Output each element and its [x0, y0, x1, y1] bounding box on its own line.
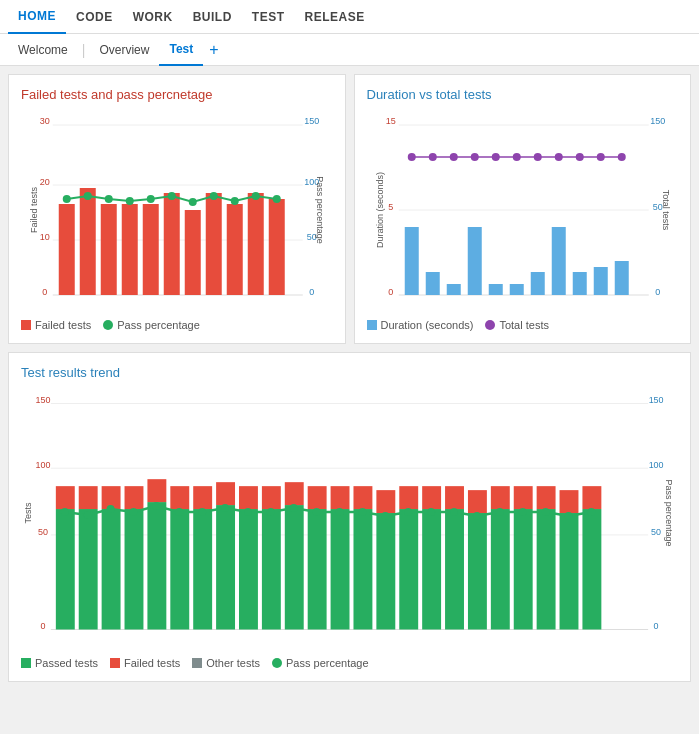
- svg-point-150: [496, 508, 504, 516]
- svg-rect-24: [269, 199, 285, 295]
- failed-legend-label: Failed tests: [35, 319, 91, 331]
- svg-text:50: 50: [38, 527, 48, 537]
- svg-point-153: [565, 512, 573, 520]
- svg-rect-18: [143, 204, 159, 295]
- nav-test[interactable]: TEST: [242, 0, 295, 34]
- svg-rect-57: [614, 261, 628, 295]
- main-content: Failed tests and pass percnetage 30 20 1…: [0, 66, 699, 690]
- failed-tests-title: Failed tests and pass percnetage: [21, 87, 333, 102]
- svg-rect-130: [582, 486, 601, 509]
- svg-point-35: [273, 195, 281, 203]
- svg-point-60: [449, 153, 457, 161]
- svg-point-135: [152, 502, 160, 510]
- passed-legend-icon: [21, 658, 31, 668]
- svg-rect-125: [537, 509, 556, 629]
- svg-point-138: [221, 504, 229, 512]
- svg-rect-54: [551, 227, 565, 295]
- svg-rect-53: [530, 272, 544, 295]
- svg-point-152: [542, 508, 550, 516]
- svg-point-134: [130, 508, 138, 516]
- svg-rect-92: [147, 479, 166, 502]
- svg-rect-129: [582, 509, 601, 629]
- pass-pct-trend-legend-label: Pass percentage: [286, 657, 369, 669]
- svg-point-28: [126, 197, 134, 205]
- svg-point-58: [407, 153, 415, 161]
- pass-pct-legend-icon: [103, 320, 113, 330]
- nav-build[interactable]: BUILD: [183, 0, 242, 34]
- svg-text:Failed tests: Failed tests: [29, 186, 39, 233]
- svg-rect-103: [285, 505, 304, 629]
- svg-rect-108: [331, 486, 350, 509]
- svg-rect-86: [79, 486, 98, 509]
- subnav-welcome[interactable]: Welcome: [8, 34, 78, 66]
- svg-rect-117: [445, 509, 464, 629]
- svg-text:0: 0: [309, 287, 314, 297]
- trend-chart-area: 150 100 50 0 150 100 50 0 Tests Pass per…: [21, 388, 678, 651]
- passed-legend-label: Passed tests: [35, 657, 98, 669]
- svg-text:0: 0: [388, 287, 393, 297]
- trend-card: Test results trend 150 100 50 0 150 100 …: [8, 352, 691, 682]
- svg-text:Total tests: Total tests: [660, 190, 670, 231]
- subnav-overview[interactable]: Overview: [89, 34, 159, 66]
- nav-work[interactable]: WORK: [123, 0, 183, 34]
- svg-point-142: [313, 508, 321, 516]
- svg-point-66: [575, 153, 583, 161]
- trend-title: Test results trend: [21, 365, 678, 380]
- svg-point-144: [358, 508, 366, 516]
- total-tests-legend-icon: [485, 320, 495, 330]
- svg-text:150: 150: [304, 116, 319, 126]
- duration-title: Duration vs total tests: [367, 87, 679, 102]
- svg-text:30: 30: [40, 116, 50, 126]
- svg-text:20: 20: [40, 177, 50, 187]
- svg-point-141: [290, 504, 298, 512]
- svg-point-64: [533, 153, 541, 161]
- svg-point-31: [189, 198, 197, 206]
- svg-text:150: 150: [650, 116, 665, 126]
- top-nav: HOME CODE WORK BUILD TEST RELEASE: [0, 0, 699, 34]
- subnav-separator: |: [78, 42, 90, 58]
- svg-rect-124: [514, 486, 533, 509]
- total-tests-legend-label: Total tests: [499, 319, 549, 331]
- svg-rect-87: [102, 509, 121, 629]
- svg-rect-122: [491, 486, 510, 509]
- duration-legend: Duration (seconds) Total tests: [367, 319, 679, 331]
- svg-rect-123: [514, 509, 533, 629]
- svg-rect-14: [59, 204, 75, 295]
- svg-rect-93: [170, 509, 189, 629]
- svg-point-62: [491, 153, 499, 161]
- failed-legend-icon: [21, 320, 31, 330]
- svg-rect-89: [125, 509, 144, 629]
- svg-point-145: [381, 512, 389, 520]
- svg-rect-52: [509, 284, 523, 295]
- svg-point-132: [84, 511, 92, 519]
- svg-rect-105: [308, 509, 327, 629]
- svg-text:5: 5: [388, 202, 393, 212]
- svg-rect-16: [101, 204, 117, 295]
- trend-legend: Passed tests Failed tests Other tests Pa…: [21, 657, 678, 669]
- svg-rect-90: [125, 486, 144, 509]
- duration-legend-label: Duration (seconds): [381, 319, 474, 331]
- svg-rect-126: [537, 486, 556, 509]
- svg-text:150: 150: [35, 395, 50, 405]
- subnav-test[interactable]: Test: [159, 34, 203, 66]
- nav-home[interactable]: HOME: [8, 0, 66, 34]
- svg-text:Duration (seconds): Duration (seconds): [374, 172, 384, 248]
- svg-text:0: 0: [42, 287, 47, 297]
- svg-rect-48: [425, 272, 439, 295]
- legend-duration: Duration (seconds): [367, 319, 474, 331]
- nav-release[interactable]: RELEASE: [295, 0, 375, 34]
- svg-text:Pass percentage: Pass percentage: [664, 479, 674, 546]
- pass-pct-legend-label: Pass percentage: [117, 319, 200, 331]
- svg-rect-118: [445, 486, 464, 509]
- svg-rect-21: [206, 193, 222, 295]
- svg-rect-20: [185, 210, 201, 295]
- svg-rect-110: [353, 486, 372, 509]
- nav-code[interactable]: CODE: [66, 0, 123, 34]
- svg-point-136: [175, 508, 183, 516]
- svg-rect-49: [446, 284, 460, 295]
- svg-point-34: [252, 192, 260, 200]
- svg-point-68: [617, 153, 625, 161]
- svg-point-59: [428, 153, 436, 161]
- subnav-add-button[interactable]: +: [203, 41, 224, 59]
- svg-text:0: 0: [655, 287, 660, 297]
